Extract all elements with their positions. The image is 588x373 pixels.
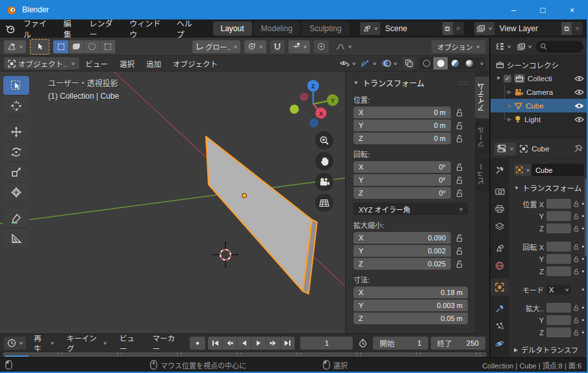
- workspace-tab-modeling[interactable]: Modeling: [253, 21, 301, 36]
- unlock-icon[interactable]: [456, 176, 463, 185]
- overlays-dropdown[interactable]: ∨: [379, 57, 399, 70]
- object-name-field[interactable]: Cube: [531, 164, 584, 176]
- scene-copy-button[interactable]: ⧉: [442, 22, 453, 35]
- animate-dot[interactable]: •: [582, 243, 584, 250]
- tab-item[interactable]: アイテム: [475, 77, 489, 118]
- unlock-icon[interactable]: [456, 135, 463, 143]
- unlock-icon[interactable]: [574, 329, 579, 337]
- proportional-edit-button[interactable]: [314, 40, 329, 53]
- camera-view-button[interactable]: [315, 173, 333, 191]
- tool-cursor[interactable]: [3, 96, 29, 115]
- unlock-icon[interactable]: [574, 243, 579, 251]
- select-mode-tweak-button[interactable]: [69, 40, 84, 53]
- outliner-row-collection[interactable]: ▼ ✓ Collecti: [491, 71, 587, 85]
- expand-icon[interactable]: ▼: [496, 75, 501, 81]
- collection-checkbox[interactable]: ✓: [504, 75, 511, 83]
- visibility-eye-icon[interactable]: [574, 116, 584, 123]
- transform-orientation-dropdown[interactable]: グロー.. ∨: [192, 40, 240, 53]
- unlock-icon[interactable]: [574, 225, 579, 233]
- play-reverse-button[interactable]: [237, 337, 251, 350]
- tab-world[interactable]: [491, 257, 509, 274]
- transform-panel-header[interactable]: ▼ トランスフォーム ::::: [353, 75, 468, 90]
- unlock-icon[interactable]: [456, 122, 463, 130]
- expand-icon[interactable]: ▶: [507, 89, 511, 95]
- cube-mesh[interactable]: [206, 136, 317, 294]
- animate-dot[interactable]: •: [582, 329, 584, 336]
- tab-scene[interactable]: [491, 239, 509, 257]
- shading-rendered-button[interactable]: [462, 57, 476, 70]
- timeline-scrubber[interactable]: [0, 352, 489, 357]
- frame-end-field[interactable]: 終了250: [431, 337, 485, 350]
- animate-dot[interactable]: •: [582, 225, 584, 232]
- select-mode-lasso-button[interactable]: [100, 40, 116, 53]
- outliner-filter-dropdown[interactable]: ∨: [515, 42, 533, 52]
- animate-dot[interactable]: •: [582, 200, 584, 207]
- shading-wireframe-button[interactable]: [419, 57, 433, 70]
- animate-dot[interactable]: •: [582, 255, 584, 263]
- play-button[interactable]: [251, 337, 266, 350]
- unlock-icon[interactable]: [574, 316, 579, 324]
- tool-measure[interactable]: [3, 229, 29, 248]
- shading-material-button[interactable]: [448, 57, 462, 70]
- drag-handle-icon[interactable]: ::::: [459, 79, 468, 86]
- menu-view[interactable]: ビュー: [81, 57, 114, 71]
- prop-scale-x-field[interactable]: [546, 303, 571, 313]
- unlock-icon[interactable]: [574, 255, 579, 263]
- use-preview-range-toggle[interactable]: [355, 337, 370, 350]
- properties-editor-type-button[interactable]: ∨: [494, 142, 516, 155]
- unlock-icon[interactable]: [574, 304, 579, 312]
- outliner-search-input[interactable]: [536, 41, 583, 53]
- rotation-z-field[interactable]: Z0°: [353, 187, 451, 199]
- pan-button[interactable]: [315, 152, 333, 170]
- view-layer-browse-button[interactable]: ∨: [474, 22, 494, 35]
- shading-solid-button[interactable]: [433, 57, 448, 70]
- prop-scale-z-field[interactable]: [546, 328, 571, 337]
- select-mode-box-button[interactable]: [53, 40, 69, 53]
- tab-tool[interactable]: ツール: [475, 120, 489, 155]
- animate-dot[interactable]: •: [582, 304, 584, 311]
- visibility-eye-icon[interactable]: [574, 103, 584, 109]
- tool-select-box[interactable]: [3, 76, 29, 95]
- outliner-display-mode-dropdown[interactable]: ∨: [494, 41, 513, 52]
- prop-location-y-field[interactable]: [546, 211, 571, 221]
- gizmo-neg-z-ball[interactable]: [309, 118, 318, 127]
- unlock-icon[interactable]: [456, 189, 463, 198]
- view-layer-name-field[interactable]: View Layer: [494, 22, 561, 35]
- menu-select[interactable]: 選択: [114, 57, 140, 71]
- animate-dot[interactable]: •: [582, 316, 584, 324]
- delta-transform-section[interactable]: ▶ デルタトランスフ: [514, 344, 584, 355]
- tab-particles[interactable]: [491, 317, 509, 335]
- rotation-mode-dropdown[interactable]: XYZ オイラー角 ∨: [353, 203, 468, 215]
- expand-icon[interactable]: ▶: [507, 116, 511, 122]
- prev-keyframe-button[interactable]: [223, 337, 237, 350]
- record-button[interactable]: ●: [190, 337, 205, 350]
- gizmo-neg-x-ball[interactable]: [300, 93, 309, 101]
- visibility-eye-icon[interactable]: [574, 89, 584, 96]
- unlock-icon[interactable]: [574, 212, 579, 220]
- scale-z-field[interactable]: Z0.025: [353, 258, 451, 270]
- prop-rotation-y-field[interactable]: [546, 254, 571, 264]
- pivot-point-dropdown[interactable]: ∨: [244, 40, 266, 53]
- prop-scale-y-field[interactable]: [546, 315, 571, 325]
- location-x-field[interactable]: X0 m: [353, 107, 451, 118]
- unlock-icon[interactable]: [456, 163, 463, 172]
- orthographic-toggle-button[interactable]: [315, 194, 333, 212]
- editor-type-button[interactable]: ∨: [4, 40, 26, 53]
- visibility-eye-icon[interactable]: [574, 75, 584, 82]
- prop-rotation-x-field[interactable]: [546, 242, 571, 251]
- mode-dropdown[interactable]: オブジェクト.. ∨: [4, 57, 79, 70]
- tab-tool[interactable]: [491, 161, 509, 179]
- timeline-editor-type-button[interactable]: ∨: [4, 337, 26, 350]
- current-frame-field[interactable]: 1: [300, 337, 353, 350]
- snap-toggle-button[interactable]: [270, 40, 285, 53]
- view-layer-remove-button[interactable]: ×: [572, 22, 583, 35]
- tool-rotate[interactable]: [3, 142, 29, 161]
- dimensions-z-field[interactable]: Z0.05 m: [353, 313, 468, 324]
- scene-unlink-button[interactable]: ×: [453, 22, 464, 35]
- rotation-y-field[interactable]: Y0°: [353, 174, 451, 186]
- scale-y-field[interactable]: Y0.002: [353, 245, 451, 257]
- menu-object[interactable]: オブジェクト: [168, 57, 223, 71]
- scene-name-field[interactable]: Scene: [380, 22, 442, 35]
- workspace-tab-layout[interactable]: Layout: [213, 21, 252, 36]
- jump-to-end-button[interactable]: [281, 337, 295, 350]
